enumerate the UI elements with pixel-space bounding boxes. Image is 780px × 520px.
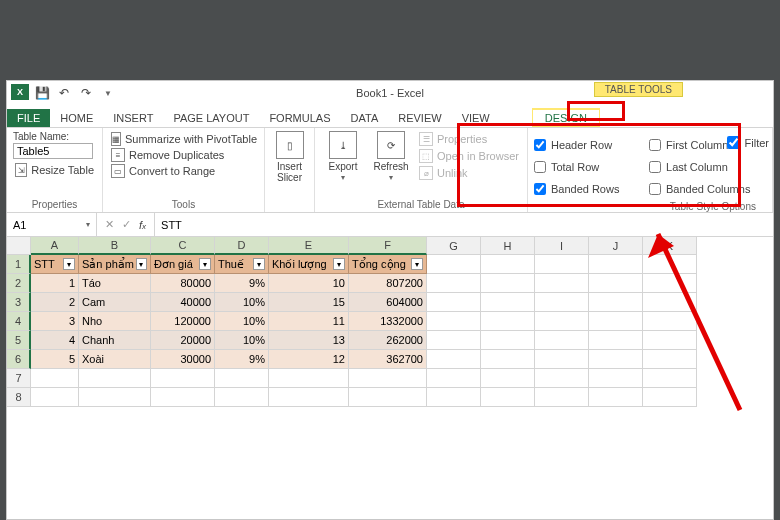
cell[interactable] [643, 312, 697, 331]
checkbox-icon[interactable] [727, 136, 740, 149]
cell[interactable] [481, 255, 535, 274]
cell[interactable] [589, 388, 643, 407]
table-header-cell[interactable]: Khối lượng▾ [269, 255, 349, 274]
cell[interactable]: 30000 [151, 350, 215, 369]
cell[interactable] [349, 388, 427, 407]
summarize-pivot-button[interactable]: ▦Summarize with PivotTable [109, 131, 258, 147]
cell[interactable] [427, 388, 481, 407]
cell[interactable]: 40000 [151, 293, 215, 312]
cell[interactable] [481, 388, 535, 407]
cell[interactable] [535, 312, 589, 331]
cell[interactable] [481, 274, 535, 293]
cell[interactable] [643, 369, 697, 388]
worksheet-grid[interactable]: A B C D E F G H I J K 1STT▾Sản phẩm▾Đơn … [7, 237, 773, 407]
banded-rows-checkbox[interactable]: Banded Rows [534, 179, 635, 199]
row-header[interactable]: 2 [7, 274, 31, 293]
insert-slicer-button[interactable]: ▯Insert Slicer [265, 128, 315, 212]
cell[interactable] [481, 369, 535, 388]
cell[interactable] [427, 274, 481, 293]
row-header[interactable]: 7 [7, 369, 31, 388]
cell[interactable] [31, 388, 79, 407]
table-header-cell[interactable]: Thuế▾ [215, 255, 269, 274]
cell[interactable] [643, 331, 697, 350]
cell[interactable]: Chanh [79, 331, 151, 350]
row-header[interactable]: 6 [7, 350, 31, 369]
table-header-cell[interactable]: Tổng cộng▾ [349, 255, 427, 274]
tab-design[interactable]: DESIGN [532, 108, 600, 127]
cell[interactable]: 2 [31, 293, 79, 312]
cell[interactable] [481, 312, 535, 331]
cell[interactable] [269, 388, 349, 407]
cell[interactable]: 80000 [151, 274, 215, 293]
cell[interactable] [427, 369, 481, 388]
cell[interactable] [427, 293, 481, 312]
cell[interactable] [427, 350, 481, 369]
col-header[interactable]: E [269, 237, 349, 255]
cell[interactable] [349, 369, 427, 388]
redo-icon[interactable]: ↷ [77, 84, 95, 102]
filter-checkbox[interactable]: Filter [727, 136, 769, 149]
cell[interactable]: 13 [269, 331, 349, 350]
checkbox-icon[interactable] [649, 161, 661, 173]
cell[interactable]: 362700 [349, 350, 427, 369]
cell[interactable]: 10% [215, 293, 269, 312]
select-all-corner[interactable] [7, 237, 31, 255]
cell[interactable] [535, 293, 589, 312]
tab-data[interactable]: DATA [341, 109, 389, 127]
cell[interactable] [79, 369, 151, 388]
cell[interactable]: 5 [31, 350, 79, 369]
checkbox-icon[interactable] [649, 139, 661, 151]
formula-input[interactable]: STT [154, 213, 773, 236]
tab-home[interactable]: HOME [50, 109, 103, 127]
cell[interactable] [535, 331, 589, 350]
tab-file[interactable]: FILE [7, 109, 50, 127]
cell[interactable] [589, 350, 643, 369]
export-button[interactable]: ⤓Export▾ [321, 131, 365, 183]
table-header-cell[interactable]: STT▾ [31, 255, 79, 274]
cell[interactable] [589, 369, 643, 388]
col-header[interactable]: C [151, 237, 215, 255]
cell[interactable] [481, 331, 535, 350]
tab-page-layout[interactable]: PAGE LAYOUT [163, 109, 259, 127]
cell[interactable] [643, 388, 697, 407]
cancel-icon[interactable]: ✕ [105, 218, 114, 231]
cell[interactable] [481, 293, 535, 312]
cell[interactable] [589, 274, 643, 293]
refresh-button[interactable]: ⟳Refresh▾ [369, 131, 413, 183]
col-header[interactable]: D [215, 237, 269, 255]
cell[interactable] [589, 293, 643, 312]
cell[interactable] [589, 331, 643, 350]
cell[interactable] [427, 331, 481, 350]
cell[interactable]: Táo [79, 274, 151, 293]
cell[interactable] [427, 312, 481, 331]
cell[interactable] [643, 350, 697, 369]
cell[interactable] [535, 255, 589, 274]
cell[interactable] [535, 350, 589, 369]
filter-dropdown-icon[interactable]: ▾ [333, 258, 345, 270]
cell[interactable] [535, 369, 589, 388]
cell[interactable]: 9% [215, 274, 269, 293]
filter-dropdown-icon[interactable]: ▾ [199, 258, 211, 270]
cell[interactable]: 20000 [151, 331, 215, 350]
cell[interactable] [643, 293, 697, 312]
cell[interactable]: 3 [31, 312, 79, 331]
filter-dropdown-icon[interactable]: ▾ [63, 258, 75, 270]
tab-view[interactable]: VIEW [452, 109, 500, 127]
filter-dropdown-icon[interactable]: ▾ [411, 258, 423, 270]
total-row-checkbox[interactable]: Total Row [534, 157, 635, 177]
filter-dropdown-icon[interactable]: ▾ [253, 258, 265, 270]
cell[interactable]: 9% [215, 350, 269, 369]
col-header[interactable]: G [427, 237, 481, 255]
enter-icon[interactable]: ✓ [122, 218, 131, 231]
col-header[interactable]: A [31, 237, 79, 255]
undo-icon[interactable]: ↶ [55, 84, 73, 102]
cell[interactable] [535, 274, 589, 293]
cell[interactable] [481, 350, 535, 369]
cell[interactable]: Xoài [79, 350, 151, 369]
cell[interactable]: 10% [215, 331, 269, 350]
checkbox-icon[interactable] [534, 139, 546, 151]
col-header[interactable]: F [349, 237, 427, 255]
table-header-cell[interactable]: Sản phẩm▾ [79, 255, 151, 274]
col-header[interactable]: K [643, 237, 697, 255]
cell[interactable]: 11 [269, 312, 349, 331]
